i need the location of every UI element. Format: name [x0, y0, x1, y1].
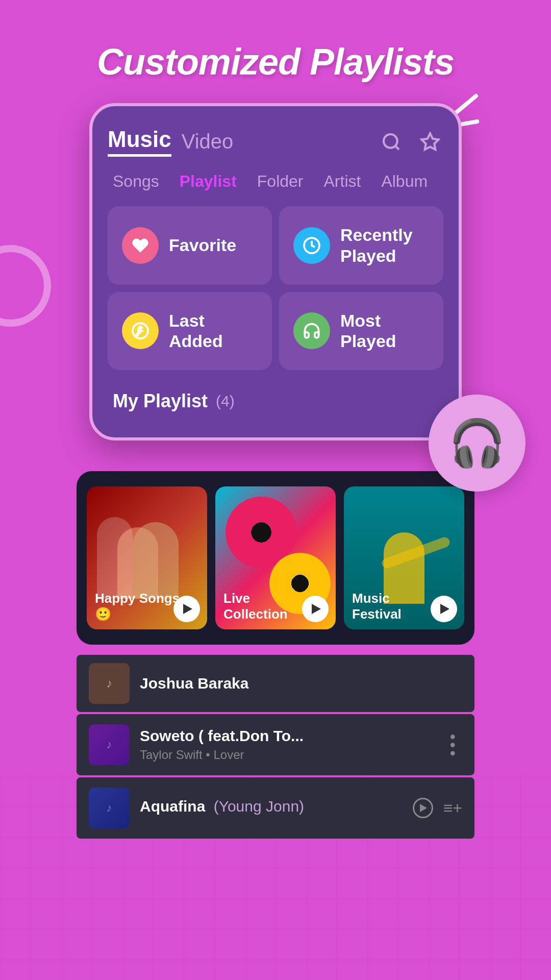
svg-text:♩: ♩ [136, 328, 139, 337]
soweto-actions: • • • [443, 734, 462, 755]
soweto-subtitle: Taylor Swift • Lover [140, 748, 433, 762]
tab-video[interactable]: Video [182, 130, 234, 153]
aquafina-info: Aquafina (Young Jonn) [140, 798, 403, 818]
playlist-card-most-played[interactable]: Most Played [279, 292, 443, 371]
sub-tabs: Songs Playlist Folder Artist Album [108, 172, 443, 191]
phone-wrapper: Music Video Songs Playlist Folder Artist… [0, 103, 551, 440]
playlist-grid: Favorite Recently Played [108, 206, 443, 370]
soweto-info: Soweto ( feat.Don To... Taylor Swift • L… [140, 727, 433, 762]
happy-songs-label: Happy Songs 🙂 [95, 591, 182, 622]
playlist-cards-section: Happy Songs 🙂 Live Collection Music Fest… [77, 471, 474, 645]
joshua-baraka-thumb: ♪ [89, 663, 130, 704]
live-collection-play-btn[interactable] [302, 596, 329, 622]
recently-played-label: Recently Played [340, 225, 429, 266]
page-title: Customized Playlists [0, 0, 551, 103]
my-playlist-header: My Playlist (4) [108, 385, 443, 412]
favorite-icon [122, 227, 159, 264]
floating-headphone: 🎧 [429, 395, 525, 492]
tab-songs[interactable]: Songs [113, 172, 159, 191]
recently-played-icon [293, 227, 330, 264]
playlist-card-favorite[interactable]: Favorite [108, 206, 272, 285]
tab-music[interactable]: Music [108, 127, 171, 157]
svg-point-0 [384, 134, 397, 148]
tab-artist[interactable]: Artist [324, 172, 361, 191]
joshua-baraka-info: Joshua Baraka [140, 675, 462, 692]
song-item-joshua-baraka: ♪ Joshua Baraka [77, 655, 474, 712]
search-icon-btn[interactable] [378, 129, 405, 155]
song-item-soweto: ♪ Soweto ( feat.Don To... Taylor Swift •… [77, 714, 474, 775]
settings-icon-btn[interactable] [417, 129, 443, 155]
most-played-label: Most Played [340, 310, 429, 352]
my-playlist-title: My Playlist [113, 390, 208, 412]
aquafina-name: Aquafina [140, 798, 205, 815]
tab-folder[interactable]: Folder [257, 172, 304, 191]
last-added-icon: ♩ [122, 312, 159, 349]
playlist-thumb-music-festival[interactable]: Music Festival [344, 486, 464, 629]
music-festival-play-btn[interactable] [431, 596, 457, 622]
playlist-thumb-happy-songs[interactable]: Happy Songs 🙂 [87, 486, 207, 629]
live-collection-label: Live Collection [223, 591, 310, 622]
phone-mockup: Music Video Songs Playlist Folder Artist… [89, 103, 462, 440]
queue-icon-aquafina[interactable]: ≡+ [443, 799, 462, 818]
tab-playlist[interactable]: Playlist [180, 172, 237, 191]
most-played-icon [293, 312, 330, 349]
playlist-thumb-live-collection[interactable]: Live Collection [215, 486, 336, 629]
header-icons [378, 129, 443, 155]
soweto-title: Soweto ( feat.Don To... [140, 727, 433, 745]
song-list: ♪ Joshua Baraka ♪ Soweto ( feat.Don To..… [77, 655, 474, 839]
headphone-icon: 🎧 [448, 416, 506, 470]
my-playlist-count: (4) [216, 393, 235, 410]
svg-marker-2 [421, 133, 438, 150]
aquafina-title: Aquafina (Young Jonn) [140, 798, 403, 815]
phone-header: Music Video [108, 127, 443, 157]
aquafina-play-btn[interactable] [413, 798, 433, 818]
music-festival-label: Music Festival [352, 591, 439, 622]
dots-icon-soweto[interactable]: • • • [443, 734, 462, 755]
tab-album[interactable]: Album [381, 172, 428, 191]
svg-line-1 [395, 145, 399, 149]
aquafina-thumb: ♪ [89, 788, 130, 828]
last-added-label: Last Added [169, 310, 258, 352]
playlist-card-last-added[interactable]: ♩ Last Added [108, 292, 272, 371]
happy-songs-play-btn[interactable] [173, 596, 200, 622]
playlist-card-recently-played[interactable]: Recently Played [279, 206, 443, 285]
joshua-baraka-title: Joshua Baraka [140, 675, 462, 692]
song-item-aquafina: ♪ Aquafina (Young Jonn) ≡+ [77, 777, 474, 839]
aquafina-artist: (Young Jonn) [214, 798, 304, 815]
soweto-thumb: ♪ [89, 724, 130, 765]
favorite-label: Favorite [169, 235, 236, 256]
aquafina-actions: ≡+ [413, 798, 462, 818]
